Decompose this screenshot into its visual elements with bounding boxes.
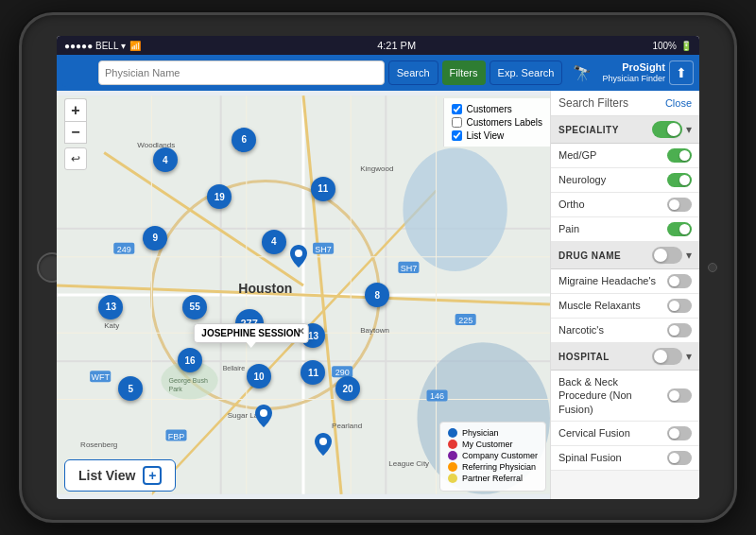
customers-labels-checkbox-row[interactable]: Customers Labels xyxy=(452,117,542,128)
drugname-title: DRUG NAME xyxy=(558,250,621,261)
app-name: ProSight xyxy=(622,61,665,74)
battery-icon: 🔋 xyxy=(680,41,692,51)
filters-button[interactable]: Filters xyxy=(442,60,486,85)
map-popup[interactable]: ✕ JOSEPHINE SESSION xyxy=(193,323,308,343)
drugname-toggle-knob xyxy=(654,249,667,262)
svg-point-12 xyxy=(403,147,507,271)
map-pin-p3[interactable]: 19 xyxy=(207,184,232,209)
customers-checkbox[interactable] xyxy=(452,104,462,114)
drugname-chevron-icon[interactable]: ▾ xyxy=(686,249,692,262)
speciality-section-header: SPECIALITY ▾ xyxy=(551,116,699,144)
legend-dot-physician xyxy=(448,428,457,438)
cervical-toggle[interactable] xyxy=(667,426,692,440)
filter-panel: Search Filters Close SPECIALITY ▾ Med/GP xyxy=(550,91,699,499)
map-pin-p12[interactable]: 16 xyxy=(178,348,202,372)
customers-labels-label: Customers Labels xyxy=(466,117,542,128)
app-subtitle: Physician Finder xyxy=(602,74,665,84)
zoom-out-button[interactable]: − xyxy=(64,121,87,144)
legend-label-referring: Referring Physician xyxy=(462,462,536,472)
list-view-checkbox[interactable] xyxy=(452,130,462,141)
svg-text:Kingwood: Kingwood xyxy=(360,165,393,174)
filter-close-button[interactable]: Close xyxy=(665,97,692,109)
map-pin-p6[interactable]: 4 xyxy=(262,230,286,254)
map-pin-p13[interactable]: 10 xyxy=(247,364,271,388)
ortho-toggle[interactable] xyxy=(667,198,692,212)
migraine-toggle[interactable] xyxy=(667,274,692,288)
customers-labels-checkbox[interactable] xyxy=(452,117,462,128)
speciality-chevron-icon[interactable]: ▾ xyxy=(686,123,692,136)
map-pin-p8[interactable]: 55 xyxy=(182,295,207,319)
legend-label-physician: Physician xyxy=(462,428,499,438)
customers-checkbox-row[interactable]: Customers xyxy=(452,104,542,114)
medgp-toggle[interactable] xyxy=(667,148,692,163)
map-pin-p10[interactable]: 8 xyxy=(365,283,389,307)
legend-item-partner: Partner Referral xyxy=(448,474,538,483)
map-marker-pin-2[interactable] xyxy=(315,433,332,459)
svg-text:SH7: SH7 xyxy=(401,264,418,273)
map-pin-p16[interactable]: 20 xyxy=(335,376,360,401)
map-marker-pin-3[interactable] xyxy=(290,245,307,271)
filter-row-medgp: Med/GP xyxy=(551,144,699,168)
hospital-controls: ▾ xyxy=(652,348,692,365)
hospital-chevron-icon[interactable]: ▾ xyxy=(686,350,692,363)
back-neck-toggle[interactable] xyxy=(667,388,692,403)
physician-search-input[interactable] xyxy=(98,60,385,85)
status-right: 100% 🔋 xyxy=(652,41,692,51)
map-pin-p7[interactable]: 13 xyxy=(98,295,123,319)
drugname-master-toggle[interactable] xyxy=(652,247,682,264)
ortho-toggle-knob xyxy=(669,199,679,210)
list-view-add-icon[interactable]: + xyxy=(143,466,162,485)
svg-text:Bellaire: Bellaire xyxy=(223,365,245,371)
filter-row-ortho: Ortho xyxy=(551,193,699,217)
filter-row-back-neck: Back & Neck Procedure (Non Fusion) xyxy=(551,371,699,422)
spinal-label: Spinal Fusion xyxy=(558,451,667,464)
screen: ●●●●● BELL ▾ 📶 4:21 PM 100% 🔋 Search Fil… xyxy=(57,36,699,499)
popup-text: JOSEPHINE SESSION xyxy=(201,328,300,338)
svg-text:Houston: Houston xyxy=(238,281,292,296)
svg-text:Rosenberg: Rosenberg xyxy=(80,440,117,449)
hospital-title: HOSPITAL xyxy=(558,352,610,362)
map-marker-pin[interactable] xyxy=(255,405,272,431)
map-area[interactable]: George Bush Park Houston Woodlands Kingw… xyxy=(57,91,550,499)
map-pin-p15[interactable]: 5 xyxy=(118,376,143,401)
popup-close-button[interactable]: ✕ xyxy=(297,326,304,337)
svg-text:146: 146 xyxy=(430,391,444,401)
exp-search-button[interactable]: Exp. Search xyxy=(490,60,563,85)
zoom-in-button[interactable]: + xyxy=(64,98,87,121)
svg-point-50 xyxy=(260,409,267,417)
exit-button[interactable]: ⬆ xyxy=(669,60,694,85)
muscle-label: Muscle Relaxants xyxy=(558,299,667,312)
pain-label: Pain xyxy=(558,222,667,235)
binoculars-button[interactable]: 🔭 xyxy=(566,59,598,87)
map-back-button[interactable]: ↩ xyxy=(64,147,87,170)
speciality-master-toggle[interactable] xyxy=(652,121,682,138)
narcotic-toggle-knob xyxy=(669,325,679,336)
battery-text: 100% xyxy=(652,41,677,51)
search-button[interactable]: Search xyxy=(388,60,438,85)
menu-button[interactable] xyxy=(62,59,94,87)
narcotic-toggle[interactable] xyxy=(667,323,692,337)
migraine-toggle-knob xyxy=(669,276,679,286)
map-pin-p14[interactable]: 11 xyxy=(301,360,325,385)
pain-toggle[interactable] xyxy=(667,222,692,236)
neurology-toggle[interactable] xyxy=(667,173,692,187)
main-content: George Bush Park Houston Woodlands Kingw… xyxy=(57,91,699,499)
hospital-section-header: HOSPITAL ▾ xyxy=(551,343,699,371)
map-pin-p4[interactable]: 9 xyxy=(143,226,167,250)
map-pin-p1[interactable]: 4 xyxy=(153,147,178,172)
camera-sensor xyxy=(708,263,717,272)
filter-row-neurology: Neurology xyxy=(551,168,699,193)
muscle-toggle[interactable] xyxy=(667,299,692,313)
legend-item-my-customer: My Customer xyxy=(448,440,538,449)
map-pin-p5[interactable]: 11 xyxy=(311,177,335,201)
nav-bar: Search Filters Exp. Search 🔭 ProSight Ph… xyxy=(57,55,699,91)
list-view-button[interactable]: List View + xyxy=(64,459,176,492)
list-view-overlay-label: List View xyxy=(466,130,504,141)
pain-toggle-knob xyxy=(679,224,690,234)
hospital-master-toggle[interactable] xyxy=(652,348,682,365)
speciality-title: SPECIALITY xyxy=(558,125,619,135)
svg-text:Pearland: Pearland xyxy=(332,422,362,430)
spinal-toggle[interactable] xyxy=(667,451,692,465)
map-pin-p2[interactable]: 6 xyxy=(232,128,256,152)
list-view-checkbox-row[interactable]: List View xyxy=(452,130,542,141)
